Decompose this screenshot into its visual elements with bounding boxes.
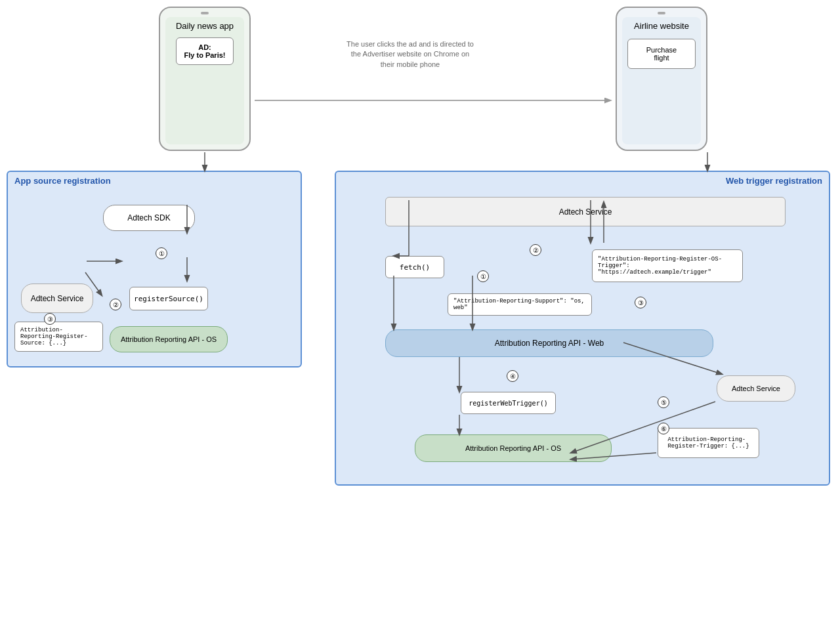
airline-phone: Airline website Purchase flight	[616, 7, 707, 151]
daily-news-title: Daily news app	[176, 21, 234, 31]
purchase-box: Purchase flight	[627, 39, 696, 69]
purchase-text: Purchase flight	[646, 46, 677, 62]
register-web-trigger-box: registerWebTrigger()	[461, 392, 556, 414]
phone-camera-right	[658, 12, 665, 14]
web-step-1: ①	[477, 270, 489, 282]
register-source-box: registerSource()	[129, 287, 208, 310]
web-adtech-service-right-box: Adtech Service	[717, 375, 795, 402]
daily-news-screen: Daily news app AD:Fly to Paris!	[165, 17, 244, 144]
daily-news-phone: Daily news app AD:Fly to Paris!	[159, 7, 251, 151]
attribution-web-box: Attribution Reporting API - Web	[385, 329, 713, 357]
web-trigger-title: Web trigger registration	[726, 176, 822, 186]
airline-screen: Airline website Purchase flight	[622, 17, 701, 144]
support-header-box: "Attribution-Reporting-Support": "os, we…	[448, 293, 592, 316]
app-adtech-service-box: Adtech Service	[21, 284, 93, 313]
web-step-4: ④	[507, 370, 518, 382]
ad-box: AD:Fly to Paris!	[176, 37, 234, 65]
app-code-box: Attribution-Reporting-Register- Source: …	[14, 322, 103, 352]
app-attribution-os-box: Attribution Reporting API - OS	[110, 326, 228, 352]
web-step-3: ③	[635, 297, 646, 308]
app-step-2: ②	[110, 299, 121, 310]
app-step-1: ①	[156, 247, 167, 259]
app-source-box: App source registration Adtech SDK Adtec…	[7, 171, 302, 368]
app-step-3: ③	[44, 313, 56, 325]
web-trigger-box: Web trigger registration Adtech Service …	[335, 171, 830, 486]
arrow-label-text: The user clicks the ad and is directed t…	[346, 40, 474, 68]
web-step-2: ②	[530, 244, 541, 256]
diagram: Daily news app AD:Fly to Paris! Airline …	[0, 0, 840, 630]
user-action-label: The user clicks the ad and is directed t…	[276, 39, 545, 70]
adtech-sdk-box: Adtech SDK	[103, 205, 195, 231]
register-source-text: registerSource()	[134, 295, 203, 303]
web-step-6: ⑥	[658, 423, 669, 434]
web-attribution-os-box: Attribution Reporting API - OS	[415, 434, 612, 462]
phone-camera-left	[201, 12, 209, 14]
ad-text: AD:Fly to Paris!	[184, 43, 226, 59]
web-step-5: ⑤	[658, 396, 669, 408]
app-source-title: App source registration	[14, 176, 111, 186]
code-trigger-box: Attribution-Reporting- Register-Trigger:…	[658, 428, 759, 458]
os-trigger-header-box: "Attribution-Reporting-Register-OS-Trigg…	[592, 249, 743, 282]
airline-title: Airline website	[634, 21, 689, 31]
fetch-box: fetch()	[385, 256, 444, 278]
web-adtech-service-top-box: Adtech Service	[385, 197, 786, 226]
